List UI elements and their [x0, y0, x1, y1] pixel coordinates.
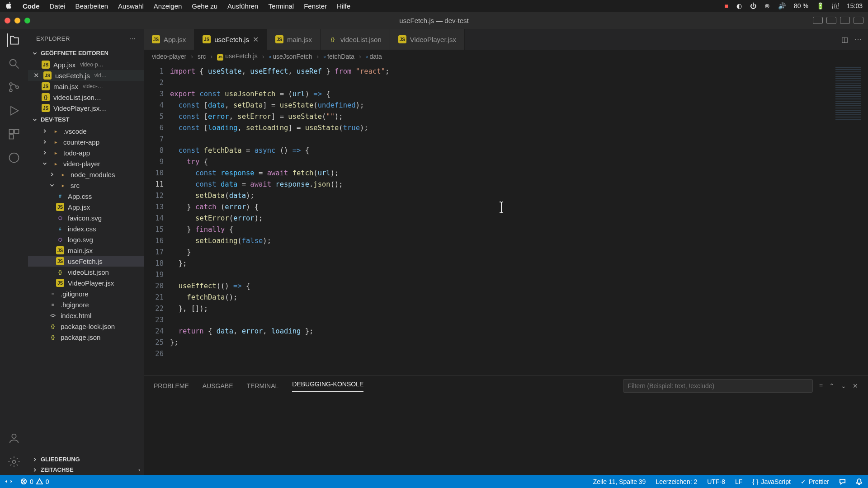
breadcrumb-item[interactable]: video-player	[152, 53, 186, 60]
file-item[interactable]: ≡.hgignore	[28, 299, 144, 310]
window-controls[interactable]	[5, 18, 30, 23]
debug-filter-input[interactable]	[623, 379, 813, 393]
editor-tab[interactable]: JSuseFetch.js✕	[194, 29, 267, 50]
menubar-item[interactable]: Ausführen	[227, 2, 258, 10]
panel-tab[interactable]: PROBLEME	[154, 382, 189, 389]
timeline-header[interactable]: ZEITACHSE ›	[28, 465, 144, 475]
folder-item[interactable]: ▸.vscode	[28, 126, 144, 136]
folder-item[interactable]: ▸video-player	[28, 158, 144, 169]
menubar-item[interactable]: Anzeigen	[154, 2, 182, 10]
breadcrumb-item[interactable]: ▫ useJsonFetch	[269, 53, 312, 60]
file-item[interactable]: {}package.json	[28, 332, 144, 343]
account-icon[interactable]	[7, 432, 21, 445]
open-editor-item[interactable]: {}videoList.json…	[28, 92, 144, 103]
prettier-status[interactable]: ✓ Prettier	[801, 478, 829, 485]
file-item[interactable]: {}package-lock.json	[28, 321, 144, 332]
code-content[interactable]: import { useState, useEffect, useRef } f…	[170, 63, 389, 375]
file-item[interactable]: #App.css	[28, 191, 144, 202]
menubar-item[interactable]: Fenster	[304, 2, 327, 10]
file-item[interactable]: JSuseFetch.js	[28, 256, 144, 267]
menubar-item[interactable]: Datei	[50, 2, 66, 10]
file-item[interactable]: #index.css	[28, 223, 144, 234]
feedback-icon[interactable]	[839, 478, 846, 485]
extensions-activity[interactable]	[7, 127, 21, 141]
editor-tab[interactable]: JSVideoPlayer.jsx	[390, 29, 465, 50]
toggle-panel-icon[interactable]	[813, 17, 823, 24]
menubar-item[interactable]: Terminal	[268, 2, 294, 10]
file-item[interactable]: {}videoList.json	[28, 267, 144, 277]
close-window-button[interactable]	[5, 18, 10, 23]
panel-collapse-icon[interactable]: ⌃	[829, 382, 835, 389]
open-editor-item[interactable]: ✕JSuseFetch.jsvid…	[28, 70, 144, 81]
panel-settings-icon[interactable]: ≡	[819, 382, 823, 389]
zoom-window-button[interactable]	[24, 18, 30, 23]
open-editor-item[interactable]: JSApp.jsxvideo-p…	[28, 59, 144, 70]
menubar-item[interactable]: Auswahl	[118, 2, 144, 10]
menubar-status-icon[interactable]: ◐	[736, 2, 742, 9]
customize-layout-icon[interactable]	[854, 17, 863, 24]
breadcrumb[interactable]: video-player›src›JS useFetch.js›▫ useJso…	[144, 50, 868, 63]
clock[interactable]: 15:03	[847, 2, 863, 9]
panel-expand-icon[interactable]: ⌄	[841, 382, 846, 389]
explorer-activity[interactable]	[7, 33, 20, 47]
input-lang[interactable]: 🇦	[832, 2, 839, 9]
debug-activity[interactable]	[7, 104, 21, 117]
breadcrumb-item[interactable]: src	[198, 53, 206, 60]
open-editor-item[interactable]: JSmain.jsxvideo-…	[28, 81, 144, 92]
folder-item[interactable]: ▸src	[28, 180, 144, 191]
file-item[interactable]: ⬡favicon.svg	[28, 212, 144, 223]
more-actions-icon[interactable]: ⋯	[854, 35, 862, 44]
panel-tab[interactable]: AUSGABE	[203, 382, 233, 389]
problems-status[interactable]: 0 0	[20, 478, 49, 485]
cursor-position[interactable]: Zeile 11, Spalte 39	[593, 478, 646, 485]
minimap[interactable]	[832, 63, 868, 375]
bell-icon[interactable]	[856, 478, 863, 485]
explorer-more-icon[interactable]: ⋯	[130, 35, 136, 42]
encoding-status[interactable]: UTF-8	[707, 478, 725, 485]
breadcrumb-item[interactable]: JS useFetch.js	[217, 52, 257, 61]
panel-tab[interactable]: DEBUGGING-KONSOLE	[292, 380, 363, 392]
editor-tab[interactable]: JSApp.jsx	[144, 29, 194, 50]
open-editor-item[interactable]: JSVideoPlayer.jsx…	[28, 103, 144, 113]
menubar-status-icon[interactable]: ■	[725, 2, 728, 9]
toggle-secondary-icon[interactable]	[840, 17, 850, 24]
file-item[interactable]: ⬡logo.svg	[28, 234, 144, 245]
editor-tab[interactable]: JSmain.jsx	[267, 29, 321, 50]
panel-tab[interactable]: TERMINAL	[247, 382, 279, 389]
file-item[interactable]: <>index.html	[28, 310, 144, 321]
layout-controls[interactable]	[813, 17, 863, 24]
menubar-status-icon[interactable]: ⏻	[750, 2, 756, 9]
remote-indicator[interactable]	[5, 478, 12, 485]
outline-header[interactable]: GLIEDERUNG	[28, 454, 144, 465]
close-editor-icon[interactable]: ✕	[33, 71, 40, 80]
folder-item[interactable]: ▸node_modules	[28, 169, 144, 180]
breadcrumb-item[interactable]: ▫ data	[366, 53, 382, 60]
file-item[interactable]: JSmain.jsx	[28, 245, 144, 256]
volume-icon[interactable]: 🔊	[778, 2, 786, 9]
close-tab-icon[interactable]: ✕	[253, 35, 259, 44]
folder-item[interactable]: ▸todo-app	[28, 147, 144, 158]
file-item[interactable]: ≡.gitignore	[28, 288, 144, 299]
menubar-item[interactable]: Bearbeiten	[75, 2, 108, 10]
wifi-icon[interactable]: ⊜	[764, 2, 770, 9]
split-editor-icon[interactable]: ◫	[841, 35, 848, 44]
file-item[interactable]: JSVideoPlayer.jsx	[28, 277, 144, 288]
indent-status[interactable]: Leerzeichen: 2	[656, 478, 697, 485]
eol-status[interactable]: LF	[735, 478, 742, 485]
code-editor[interactable]: 1234567891011121314151617181920212223242…	[144, 63, 868, 375]
editor-tab[interactable]: {}videoList.json	[321, 29, 390, 50]
panel-close-icon[interactable]: ✕	[853, 382, 858, 389]
breadcrumb-item[interactable]: ▫ fetchData	[323, 53, 354, 60]
search-activity[interactable]	[7, 57, 21, 70]
open-editors-header[interactable]: GEÖFFNETE EDITOREN	[28, 48, 144, 58]
menubar-item[interactable]: Hilfe	[337, 2, 350, 10]
menubar-app[interactable]: Code	[23, 2, 40, 10]
minimize-window-button[interactable]	[14, 18, 20, 23]
menubar-item[interactable]: Gehe zu	[192, 2, 217, 10]
scm-activity[interactable]	[7, 80, 21, 94]
language-status[interactable]: { } JavaScript	[752, 478, 791, 485]
settings-gear-icon[interactable]	[7, 455, 21, 469]
project-header[interactable]: DEV-TEST	[28, 114, 144, 125]
file-item[interactable]: JSApp.jsx	[28, 202, 144, 212]
remote-activity[interactable]	[7, 151, 21, 164]
